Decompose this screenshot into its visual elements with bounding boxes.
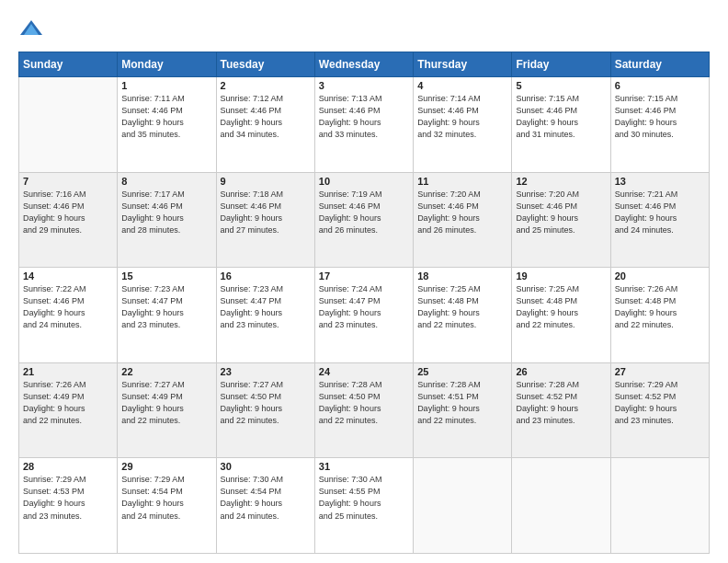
day-info: Sunrise: 7:28 AM Sunset: 4:51 PM Dayligh…	[417, 379, 507, 427]
calendar-day-18: 18Sunrise: 7:25 AM Sunset: 4:48 PM Dayli…	[414, 268, 512, 363]
day-info: Sunrise: 7:24 AM Sunset: 4:47 PM Dayligh…	[319, 283, 409, 331]
day-number: 2	[221, 80, 311, 91]
calendar-day-26: 26Sunrise: 7:28 AM Sunset: 4:52 PM Dayli…	[512, 362, 610, 458]
calendar-day-19: 19Sunrise: 7:25 AM Sunset: 4:48 PM Dayli…	[512, 268, 610, 363]
calendar-day-13: 13Sunrise: 7:21 AM Sunset: 4:46 PM Dayli…	[610, 172, 709, 268]
day-info: Sunrise: 7:20 AM Sunset: 4:46 PM Dayligh…	[516, 189, 606, 236]
day-number: 9	[221, 176, 311, 187]
day-number: 19	[516, 270, 606, 282]
calendar-day-31: 31Sunrise: 7:30 AM Sunset: 4:55 PM Dayli…	[314, 458, 413, 554]
calendar-day-2: 2Sunrise: 7:12 AM Sunset: 4:46 PM Daylig…	[216, 77, 314, 173]
weekday-header-row: SundayMondayTuesdayWednesdayThursdayFrid…	[19, 52, 710, 77]
day-number: 26	[516, 366, 606, 377]
calendar-day-27: 27Sunrise: 7:29 AM Sunset: 4:52 PM Dayli…	[610, 362, 709, 458]
weekday-header-wednesday: Wednesday	[314, 52, 413, 77]
calendar-day-8: 8Sunrise: 7:17 AM Sunset: 4:46 PM Daylig…	[118, 172, 216, 268]
calendar-week-row: 28Sunrise: 7:29 AM Sunset: 4:53 PM Dayli…	[19, 458, 710, 554]
day-info: Sunrise: 7:19 AM Sunset: 4:46 PM Dayligh…	[319, 189, 409, 236]
day-info: Sunrise: 7:28 AM Sunset: 4:50 PM Dayligh…	[319, 379, 409, 427]
calendar-day-3: 3Sunrise: 7:13 AM Sunset: 4:46 PM Daylig…	[314, 77, 413, 173]
day-number: 17	[319, 270, 409, 282]
weekday-header-saturday: Saturday	[610, 52, 709, 77]
calendar-day-5: 5Sunrise: 7:15 AM Sunset: 4:46 PM Daylig…	[512, 77, 610, 173]
calendar-day-9: 9Sunrise: 7:18 AM Sunset: 4:46 PM Daylig…	[216, 172, 314, 268]
logo	[18, 17, 48, 42]
day-info: Sunrise: 7:30 AM Sunset: 4:55 PM Dayligh…	[319, 474, 409, 522]
day-info: Sunrise: 7:26 AM Sunset: 4:49 PM Dayligh…	[23, 379, 113, 427]
day-info: Sunrise: 7:26 AM Sunset: 4:48 PM Dayligh…	[615, 283, 705, 331]
day-number: 20	[615, 270, 705, 282]
day-info: Sunrise: 7:16 AM Sunset: 4:46 PM Dayligh…	[23, 189, 113, 236]
day-info: Sunrise: 7:29 AM Sunset: 4:53 PM Dayligh…	[23, 474, 113, 522]
day-number: 7	[23, 176, 113, 187]
calendar-day-29: 29Sunrise: 7:29 AM Sunset: 4:54 PM Dayli…	[118, 458, 216, 554]
weekday-header-friday: Friday	[512, 52, 610, 77]
calendar-day-14: 14Sunrise: 7:22 AM Sunset: 4:46 PM Dayli…	[19, 268, 118, 363]
day-number: 23	[221, 366, 311, 377]
day-info: Sunrise: 7:25 AM Sunset: 4:48 PM Dayligh…	[516, 283, 606, 331]
day-number: 30	[221, 461, 311, 472]
calendar-day-11: 11Sunrise: 7:20 AM Sunset: 4:46 PM Dayli…	[414, 172, 512, 268]
calendar-day-12: 12Sunrise: 7:20 AM Sunset: 4:46 PM Dayli…	[512, 172, 610, 268]
calendar-day-1: 1Sunrise: 7:11 AM Sunset: 4:46 PM Daylig…	[118, 77, 216, 173]
calendar-day-21: 21Sunrise: 7:26 AM Sunset: 4:49 PM Dayli…	[19, 362, 118, 458]
weekday-header-tuesday: Tuesday	[216, 52, 314, 77]
calendar-week-row: 21Sunrise: 7:26 AM Sunset: 4:49 PM Dayli…	[19, 362, 710, 458]
calendar-day-25: 25Sunrise: 7:28 AM Sunset: 4:51 PM Dayli…	[414, 362, 512, 458]
calendar-week-row: 14Sunrise: 7:22 AM Sunset: 4:46 PM Dayli…	[19, 268, 710, 363]
day-info: Sunrise: 7:20 AM Sunset: 4:46 PM Dayligh…	[417, 189, 507, 236]
day-info: Sunrise: 7:22 AM Sunset: 4:46 PM Dayligh…	[23, 283, 113, 331]
day-number: 15	[121, 270, 211, 282]
day-number: 22	[121, 366, 211, 377]
day-number: 13	[615, 176, 705, 187]
day-number: 11	[417, 176, 507, 187]
day-number: 18	[417, 270, 507, 282]
calendar-week-row: 1Sunrise: 7:11 AM Sunset: 4:46 PM Daylig…	[19, 77, 710, 173]
day-number: 3	[319, 80, 409, 91]
day-number: 10	[319, 176, 409, 187]
day-info: Sunrise: 7:25 AM Sunset: 4:48 PM Dayligh…	[417, 283, 507, 331]
day-info: Sunrise: 7:29 AM Sunset: 4:54 PM Dayligh…	[121, 474, 211, 522]
day-number: 5	[516, 80, 606, 91]
calendar-day-empty	[19, 77, 118, 173]
calendar-day-24: 24Sunrise: 7:28 AM Sunset: 4:50 PM Dayli…	[314, 362, 413, 458]
day-number: 21	[23, 366, 113, 377]
weekday-header-sunday: Sunday	[19, 52, 118, 77]
calendar-week-row: 7Sunrise: 7:16 AM Sunset: 4:46 PM Daylig…	[19, 172, 710, 268]
calendar-day-28: 28Sunrise: 7:29 AM Sunset: 4:53 PM Dayli…	[19, 458, 118, 554]
day-info: Sunrise: 7:21 AM Sunset: 4:46 PM Dayligh…	[615, 189, 705, 236]
day-info: Sunrise: 7:12 AM Sunset: 4:46 PM Dayligh…	[221, 93, 311, 141]
day-number: 31	[319, 461, 409, 472]
calendar-day-30: 30Sunrise: 7:30 AM Sunset: 4:54 PM Dayli…	[216, 458, 314, 554]
weekday-header-monday: Monday	[118, 52, 216, 77]
day-info: Sunrise: 7:18 AM Sunset: 4:46 PM Dayligh…	[221, 189, 311, 236]
day-info: Sunrise: 7:23 AM Sunset: 4:47 PM Dayligh…	[221, 283, 311, 331]
day-info: Sunrise: 7:29 AM Sunset: 4:52 PM Dayligh…	[615, 379, 705, 427]
calendar-day-4: 4Sunrise: 7:14 AM Sunset: 4:46 PM Daylig…	[414, 77, 512, 173]
day-info: Sunrise: 7:14 AM Sunset: 4:46 PM Dayligh…	[417, 93, 507, 141]
day-number: 1	[121, 80, 211, 91]
day-number: 27	[615, 366, 705, 377]
calendar-day-15: 15Sunrise: 7:23 AM Sunset: 4:47 PM Dayli…	[118, 268, 216, 363]
calendar-day-22: 22Sunrise: 7:27 AM Sunset: 4:49 PM Dayli…	[118, 362, 216, 458]
calendar-day-empty	[414, 458, 512, 554]
calendar-day-17: 17Sunrise: 7:24 AM Sunset: 4:47 PM Dayli…	[314, 268, 413, 363]
logo-icon	[18, 17, 44, 42]
calendar-day-6: 6Sunrise: 7:15 AM Sunset: 4:46 PM Daylig…	[610, 77, 709, 173]
day-info: Sunrise: 7:13 AM Sunset: 4:46 PM Dayligh…	[319, 93, 409, 141]
day-number: 4	[417, 80, 507, 91]
day-info: Sunrise: 7:15 AM Sunset: 4:46 PM Dayligh…	[615, 93, 705, 141]
day-info: Sunrise: 7:23 AM Sunset: 4:47 PM Dayligh…	[121, 283, 211, 331]
day-info: Sunrise: 7:30 AM Sunset: 4:54 PM Dayligh…	[221, 474, 311, 522]
calendar-day-10: 10Sunrise: 7:19 AM Sunset: 4:46 PM Dayli…	[314, 172, 413, 268]
day-info: Sunrise: 7:11 AM Sunset: 4:46 PM Dayligh…	[121, 93, 211, 141]
day-number: 16	[221, 270, 311, 282]
day-info: Sunrise: 7:17 AM Sunset: 4:46 PM Dayligh…	[121, 189, 211, 236]
day-info: Sunrise: 7:27 AM Sunset: 4:49 PM Dayligh…	[121, 379, 211, 427]
day-number: 24	[319, 366, 409, 377]
calendar-day-empty	[610, 458, 709, 554]
calendar-day-20: 20Sunrise: 7:26 AM Sunset: 4:48 PM Dayli…	[610, 268, 709, 363]
calendar-day-16: 16Sunrise: 7:23 AM Sunset: 4:47 PM Dayli…	[216, 268, 314, 363]
day-number: 28	[23, 461, 113, 472]
day-number: 12	[516, 176, 606, 187]
